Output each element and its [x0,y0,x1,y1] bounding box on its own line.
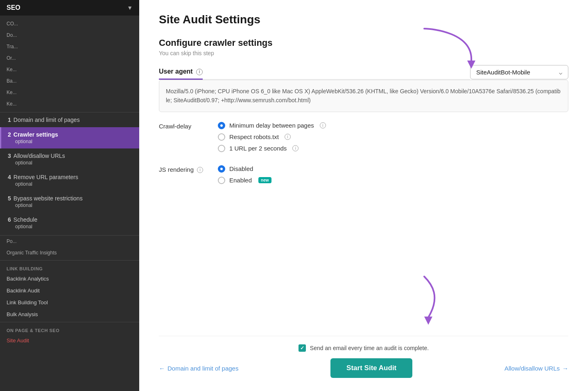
crawl-delay-label: Crawl-delay [159,122,208,130]
js-rendering-section: JS rendering i Disabled Enabled new [159,165,568,189]
js-rendering-label-disabled: Disabled [229,165,253,172]
step-3-number: 3 [8,153,11,159]
sidebar-item-po[interactable]: Po... [0,236,139,247]
email-checkbox[interactable] [299,344,306,352]
step-1-number: 1 [8,117,11,123]
step-3-label: Allow/disallow URLs [14,153,65,159]
useragent-textbox: Mozilla/5.0 (iPhone; CPU iPhone OS 6_0 l… [159,80,568,112]
tabs-row: User agent i [159,65,470,80]
tab-user-agent-label: User agent [159,68,193,75]
sidebar-item-organic-traffic[interactable]: Organic Traffic Insights [0,247,139,258]
sidebar-item-do[interactable]: Do... [0,29,139,41]
email-checkbox-row: Send an email every time an audit is com… [299,344,429,352]
radio-robots-txt[interactable] [218,133,225,141]
step-5-number: 5 [8,195,11,202]
crawl-delay-label-1: Minimum delay between pages [229,122,314,129]
tabs-dropdown-row: User agent i SiteAuditBot-Mobile ⌵ [159,65,568,80]
radio-disabled[interactable] [218,165,225,173]
crawl-delay-row: Crawl-delay Minimum delay between pages … [159,122,568,152]
dropdown-wrapper: SiteAuditBot-Mobile ⌵ [470,65,568,79]
sidebar-item-ke2[interactable]: Ke... [0,87,139,98]
sidebar-item-backlink-audit[interactable]: Backlink Audit [0,285,139,297]
step-4-sublabel: optional [8,181,133,187]
tab-user-agent[interactable]: User agent i [159,65,203,80]
step-2-label: Crawler settings [14,131,58,138]
section-heading: Configure crawler settings [159,38,568,48]
step-5-label: Bypass website restrictions [14,195,83,202]
sidebar-item-site-audit[interactable]: Site Audit [0,335,139,346]
sidebar: SEO ▼ CO... Do... Tra... Or... Ke... Ba.… [0,0,139,391]
sidebar-step-2[interactable]: 2Crawler settings optional [0,127,139,148]
step-4-number: 4 [8,174,11,180]
sidebar-step-1[interactable]: 1Domain and limit of pages [0,112,139,127]
sidebar-item-ba[interactable]: Ba... [0,75,139,87]
radio-min-delay[interactable] [218,122,225,129]
nav-prev-arrow: ← [159,365,165,372]
nav-next-label: Allow/disallow URLs [504,365,560,372]
nav-prev[interactable]: ← Domain and limit of pages [159,365,238,372]
crawl-delay-label-3: 1 URL per 2 seconds [229,145,287,152]
useragent-text: Mozilla/5.0 (iPhone; CPU iPhone OS 6_0 l… [166,88,561,103]
step-6-label: Schedule [14,216,37,223]
crawl-delay-option-3[interactable]: 1 URL per 2 seconds i [218,145,326,152]
js-rendering-info-icon[interactable]: i [197,167,203,173]
section-subtitle: You can skip this step [159,50,568,56]
crawl-delay-label-2: Respect robots.txt [229,133,279,140]
start-audit-button[interactable]: Start Site Audit [330,358,412,378]
crawl-delay-section: Crawl-delay Minimum delay between pages … [159,122,568,157]
crawl-delay-option-1[interactable]: Minimum delay between pages i [218,122,326,129]
nav-prev-label: Domain and limit of pages [167,365,238,372]
js-rendering-label: JS rendering i [159,165,208,173]
sidebar-header[interactable]: SEO ▼ [0,0,139,16]
step-6-sublabel: optional [8,224,133,229]
sidebar-step-4[interactable]: 4Remove URL parameters optional [0,170,139,191]
sidebar-header-label: SEO [7,4,20,11]
sidebar-step-6[interactable]: 6Schedule optional [0,212,139,234]
footer-area: Send an email every time an audit is com… [159,336,568,391]
dropdown-chevron-icon: ⌵ [559,69,562,76]
sidebar-item-backlink-analytics[interactable]: Backlink Analytics [0,273,139,285]
crawl-delay-option-2[interactable]: Respect robots.txt i [218,133,326,141]
step-4-label: Remove URL parameters [14,174,78,180]
sidebar-item-co[interactable]: CO... [0,18,139,29]
sidebar-item-bulk-analysis[interactable]: Bulk Analysis [0,308,139,320]
radio-enabled[interactable] [218,177,225,184]
footer-nav-row: ← Domain and limit of pages Start Site A… [159,358,568,381]
js-rendering-options: Disabled Enabled new [218,165,271,184]
js-rendering-option-disabled[interactable]: Disabled [218,165,271,173]
nav-next-arrow: → [562,365,568,372]
sidebar-step-5[interactable]: 5Bypass website restrictions optional [0,191,139,212]
on-page-section-label: ON PAGE & TECH SEO [0,324,139,335]
radio-1-url-per-2[interactable] [218,145,225,152]
user-agent-dropdown[interactable]: SiteAuditBot-Mobile ⌵ [470,65,568,79]
step-1-label: Domain and limit of pages [14,117,80,123]
link-building-section-label: LINK BUILDING [0,262,139,273]
dropdown-value: SiteAuditBot-Mobile [476,69,530,76]
js-rendering-option-enabled[interactable]: Enabled new [218,177,271,184]
main-content: Site Audit Settings Configure crawler se… [139,0,588,391]
sidebar-item-ke3[interactable]: Ke... [0,98,139,110]
nav-next[interactable]: Allow/disallow URLs → [504,365,568,372]
crawl-delay-info-3[interactable]: i [292,145,299,151]
js-rendering-row: JS rendering i Disabled Enabled new [159,165,568,184]
crawl-delay-info-1[interactable]: i [320,122,326,128]
step-6-number: 6 [8,216,11,223]
sidebar-item-or[interactable]: Or... [0,52,139,64]
crawl-delay-options: Minimum delay between pages i Respect ro… [218,122,326,152]
page-title: Site Audit Settings [159,13,568,26]
new-badge: new [258,177,271,183]
step-5-sublabel: optional [8,202,133,208]
user-agent-info-icon[interactable]: i [196,69,203,75]
sidebar-item-tra[interactable]: Tra... [0,41,139,52]
email-checkbox-label: Send an email every time an audit is com… [310,345,429,351]
sidebar-item-ke1[interactable]: Ke... [0,64,139,75]
step-2-number: 2 [8,131,11,138]
crawl-delay-info-2[interactable]: i [285,134,291,140]
sidebar-step-3[interactable]: 3Allow/disallow URLs optional [0,148,139,170]
step-2-sublabel: optional [8,139,133,144]
sidebar-item-link-building-tool[interactable]: Link Building Tool [0,297,139,308]
sidebar-header-arrow[interactable]: ▼ [127,4,133,11]
step-3-sublabel: optional [8,160,133,166]
js-rendering-label-enabled: Enabled [229,177,252,184]
